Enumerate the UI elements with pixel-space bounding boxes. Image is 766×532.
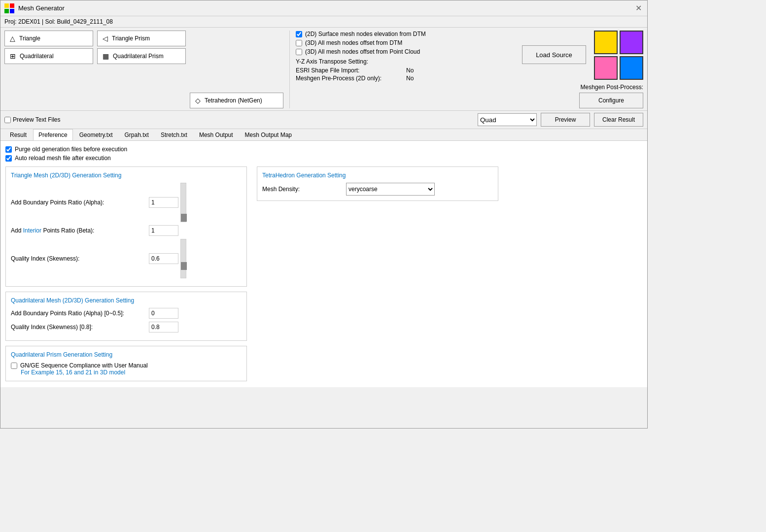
slider-track-1[interactable]	[180, 183, 186, 222]
purge-label: Purge old generation files before execut…	[15, 146, 127, 153]
triangle-field-label-3: Quality Index (Skewness):	[11, 255, 149, 262]
tetrahedron-button[interactable]: ◇ Tetrahedron (NetGen)	[190, 93, 283, 108]
triangle-icon: △	[10, 34, 15, 42]
yz-label-2: Meshgen Pre-Process (2D only):	[296, 75, 404, 82]
window-title: Mesh Generator	[18, 4, 65, 12]
separator	[289, 31, 290, 108]
color-squares-area	[594, 31, 643, 80]
all-nodes-cloud-check[interactable]	[296, 49, 302, 55]
yz-row-2: Meshgen Pre-Process (2D only): No	[296, 75, 518, 82]
triangle-section: Triangle Mesh (2D/3D) Generation Setting…	[5, 166, 247, 287]
mesh-density-label: Mesh Density:	[262, 186, 341, 193]
left-sections: Triangle Mesh (2D/3D) Generation Setting…	[5, 166, 247, 381]
right-controls: Load Source Meshgen Post-Process:	[522, 31, 643, 108]
tetra-section-container: TetraHedron Generation Setting Mesh Dens…	[257, 166, 498, 381]
load-source-button[interactable]: Load Source	[522, 45, 586, 64]
slider-thumb-3[interactable]	[181, 262, 187, 270]
quad-prism-button[interactable]: ▦ Quadrilateral Prism	[97, 48, 186, 64]
quad-section-title: Quadrilateral Mesh (2D/3D) Generation Se…	[11, 297, 242, 304]
autoreload-checkbox[interactable]	[5, 155, 12, 162]
quad-field-label-1: Add Boundary Points Ratio (Alpha) [0~0.5…	[11, 310, 149, 317]
tab-preference[interactable]: Preference	[33, 129, 73, 140]
autoreload-label: Auto reload mesh file after execution	[15, 155, 111, 162]
quadrilateral-button[interactable]: ⊞ Quadrilateral	[4, 48, 93, 64]
svg-rect-3	[10, 9, 14, 13]
quad-select[interactable]: Quad Triangle Quadrilateral	[478, 113, 537, 126]
quad-prism-section-title: Quadrilateral Prism Generation Setting	[11, 351, 242, 358]
quad-field-2: Quality Index (Skewness) [0.8]:	[11, 322, 242, 332]
color-yellow[interactable]	[594, 31, 618, 54]
quadrilateral-label: Quadrilateral	[20, 53, 54, 60]
titlebar-left: Mesh Generator	[4, 3, 65, 13]
tetra-icon: ◇	[195, 97, 201, 104]
gnge-checkbox[interactable]	[11, 363, 17, 369]
all-nodes-dtm-check[interactable]	[296, 40, 302, 46]
slider-track-3[interactable]	[180, 239, 186, 278]
load-source-area: Load Source	[522, 45, 586, 64]
color-blue[interactable]	[620, 56, 643, 80]
tab-result[interactable]: Result	[4, 129, 32, 140]
triangle-label: Triangle	[19, 35, 40, 42]
quad-prism-label: Quadrilateral Prism	[113, 53, 164, 60]
mesh-buttons-right: ◁ Triangle Prism ▦ Quadrilateral Prism	[97, 31, 186, 108]
meshgen-label: Meshgen Post-Process:	[579, 84, 643, 91]
tab-geometry[interactable]: Geometry.txt	[74, 129, 118, 140]
triangle-prism-button[interactable]: ◁ Triangle Prism	[97, 31, 186, 46]
all-nodes-cloud-row: (3D) All mesh nodes offset from Point Cl…	[296, 48, 518, 55]
svg-rect-1	[10, 3, 14, 8]
tetra-col: ◇ Tetrahedron (NetGen)	[190, 31, 283, 108]
clear-result-button[interactable]: Clear Result	[594, 113, 643, 127]
meshgen-postprocess: Meshgen Post-Process: Configure	[579, 84, 643, 108]
boundary-points-alpha-input[interactable]	[149, 197, 178, 208]
quad-field-1: Add Boundary Points Ratio (Alpha) [0~0.5…	[11, 308, 242, 319]
yz-label-1: ESRI Shape File Import:	[296, 67, 404, 74]
color-purple[interactable]	[620, 31, 643, 54]
configure-button[interactable]: Configure	[579, 93, 643, 108]
preview-text-files-checkbox[interactable]	[4, 117, 11, 123]
yz-value-2: No	[406, 75, 414, 82]
yz-row-1: ESRI Shape File Import: No	[296, 67, 518, 74]
tetra-generation-section: TetraHedron Generation Setting Mesh Dens…	[257, 166, 498, 201]
sections-row: Triangle Mesh (2D/3D) Generation Setting…	[5, 166, 642, 381]
triangle-field-3: Quality Index (Skewness):	[11, 239, 242, 278]
main-window: Mesh Generator ✕ Proj: 2DEX01 | Sol: Bui…	[0, 0, 648, 429]
triangle-field-label-1: Add Boundary Points Ratio (Alpha):	[11, 199, 149, 206]
surface-mesh-check[interactable]	[296, 31, 302, 37]
triangle-prism-icon: ◁	[103, 34, 108, 42]
mesh-density-row: Mesh Density: verycoarse coarse moderate…	[262, 183, 493, 196]
quad-quality-index-input[interactable]	[149, 322, 178, 332]
svg-rect-0	[4, 3, 9, 8]
preview-button[interactable]: Preview	[541, 113, 590, 127]
quad-field-label-2: Quality Index (Skewness) [0.8]:	[11, 324, 149, 331]
app-icon	[4, 3, 14, 13]
quality-index-skewness-input[interactable]	[149, 253, 178, 264]
triangle-field-2: Add Interior Points Ratio (Beta):	[11, 225, 242, 236]
quad-prism-icon: ▦	[103, 52, 109, 60]
triangle-button[interactable]: △ Triangle	[4, 31, 93, 46]
gnge-check-row: GN/GE Sequence Compliance with User Manu…	[11, 362, 242, 369]
interior-points-beta-input[interactable]	[149, 225, 178, 236]
close-button[interactable]: ✕	[633, 3, 643, 13]
triangle-field-1: Add Boundary Points Ratio (Alpha):	[11, 183, 242, 222]
all-nodes-dtm-label: (3D) All mesh nodes offset from DTM	[305, 39, 402, 46]
surface-mesh-label: (2D) Surface mesh nodes elevation from D…	[305, 31, 426, 37]
tab-grpah[interactable]: Grpah.txt	[119, 129, 154, 140]
triangle-prism-label: Triangle Prism	[112, 35, 150, 42]
titlebar: Mesh Generator ✕	[0, 0, 647, 16]
color-pink[interactable]	[594, 56, 618, 80]
yz-value-1: No	[406, 67, 414, 74]
all-nodes-cloud-label: (3D) All mesh nodes offset from Point Cl…	[305, 48, 420, 55]
purge-check-row: Purge old generation files before execut…	[5, 146, 642, 153]
tab-stretch[interactable]: Stretch.txt	[155, 129, 193, 140]
purge-checkbox[interactable]	[5, 146, 12, 153]
all-nodes-dtm-row: (3D) All mesh nodes offset from DTM	[296, 39, 518, 46]
slider-thumb-1[interactable]	[181, 214, 187, 222]
quad-boundary-points-input[interactable]	[149, 308, 178, 319]
toolbar-right-area: (2D) Surface mesh nodes elevation from D…	[296, 31, 643, 108]
tab-mesh-output[interactable]: Mesh Output	[194, 129, 239, 140]
mesh-density-select[interactable]: verycoarse coarse moderate fine veryfine	[346, 183, 435, 196]
preview-text-files-check: Preview Text Files	[4, 116, 60, 123]
tetra-section-title: TetraHedron Generation Setting	[262, 172, 493, 179]
tab-mesh-output-map[interactable]: Mesh Output Map	[240, 129, 297, 140]
svg-rect-2	[4, 9, 9, 13]
